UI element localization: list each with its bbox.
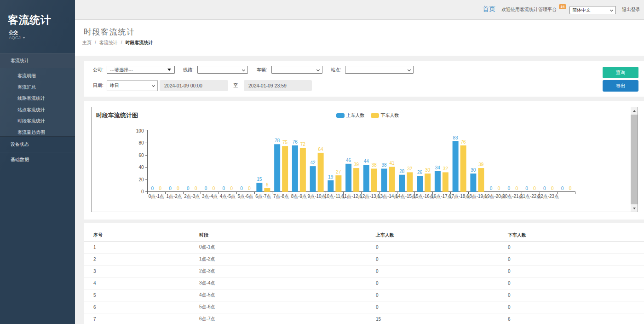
table-row: 21点-2点00 bbox=[84, 253, 644, 265]
svg-text:30: 30 bbox=[425, 168, 431, 173]
svg-text:38: 38 bbox=[372, 162, 377, 168]
chart-plot: 0204060801000点-1点1点-2点2点-3点3点-4点4点-5点5点-… bbox=[92, 107, 631, 212]
export-button[interactable]: 导出 bbox=[603, 80, 638, 92]
line-select[interactable] bbox=[197, 66, 248, 74]
scrollbar-up-arrow-icon[interactable] bbox=[631, 107, 638, 114]
table-column-header: 上车人数 bbox=[376, 223, 508, 241]
company-select[interactable]: ---请选择--- bbox=[107, 66, 175, 74]
table-cell: 1 bbox=[84, 241, 199, 253]
table-body: 10点-1点0021点-2点0032点-3点0043点-4点0054点-5点00… bbox=[84, 241, 644, 324]
stats-table: 序号时段上车人数下车人数 10点-1点0021点-2点0032点-3点0043点… bbox=[84, 223, 644, 324]
station-select[interactable] bbox=[345, 66, 414, 74]
app-logo-title: 客流统计 bbox=[8, 15, 51, 25]
table-row: 43点-4点00 bbox=[84, 277, 644, 289]
date-preset-select[interactable]: 昨日 bbox=[107, 80, 158, 91]
svg-text:19: 19 bbox=[328, 174, 334, 179]
svg-text:100: 100 bbox=[136, 128, 144, 133]
svg-text:0: 0 bbox=[508, 186, 511, 191]
language-selected-value: 简体中文 bbox=[572, 7, 591, 12]
table-row: 76点-7点156 bbox=[84, 313, 644, 324]
svg-text:0: 0 bbox=[525, 186, 528, 191]
date-start-input[interactable]: 2024-01-09 00:00 bbox=[160, 80, 228, 91]
notification-badge[interactable]: 34 bbox=[559, 4, 566, 9]
svg-text:0: 0 bbox=[151, 186, 154, 191]
svg-text:0: 0 bbox=[240, 186, 243, 191]
svg-text:3点-4点: 3点-4点 bbox=[202, 194, 218, 199]
breadcrumb-section[interactable]: 客流统计 bbox=[99, 40, 118, 45]
svg-text:2点-3点: 2点-3点 bbox=[184, 194, 200, 199]
sidebar-item[interactable]: 客流明细 bbox=[0, 70, 75, 82]
svg-text:0: 0 bbox=[516, 186, 518, 191]
sidebar-section-2[interactable]: 基础数据 bbox=[0, 152, 75, 167]
svg-text:40: 40 bbox=[138, 165, 144, 170]
svg-text:28: 28 bbox=[399, 169, 405, 174]
table-cell: 2点-3点 bbox=[199, 265, 376, 277]
page-title: 时段客流统计 bbox=[84, 20, 644, 36]
table-cell: 0 bbox=[376, 277, 508, 289]
svg-text:39: 39 bbox=[354, 162, 359, 167]
svg-text:0: 0 bbox=[177, 186, 179, 191]
svg-text:27: 27 bbox=[336, 169, 341, 174]
svg-text:0: 0 bbox=[561, 186, 564, 191]
sidebar-item[interactable]: 客流汇总 bbox=[0, 82, 75, 93]
svg-text:0: 0 bbox=[498, 186, 500, 191]
sidebar-item[interactable]: 线路客流统计 bbox=[0, 93, 75, 104]
sidebar-item[interactable]: 客流量趋势图 bbox=[0, 127, 75, 137]
table-column-header: 下车人数 bbox=[508, 223, 644, 241]
chart-panel: 时段车流统计图 上车人数下车人数 0204060801000点-1点1点-2点2… bbox=[84, 101, 644, 220]
table-column-header: 序号 bbox=[84, 223, 199, 241]
table-cell: 2 bbox=[84, 253, 199, 265]
svg-text:0: 0 bbox=[543, 186, 546, 191]
welcome-text: 欢迎使用客流统计管理平台 bbox=[501, 7, 557, 12]
page-header: 时段客流统计 主页 / 客流统计 / 时段客流统计 bbox=[75, 20, 644, 56]
date-to-label: 至 bbox=[230, 80, 242, 91]
chevron-down-icon bbox=[316, 68, 320, 71]
breadcrumb-separator: / bbox=[121, 40, 122, 45]
home-link[interactable]: 首页 bbox=[483, 6, 495, 12]
user-menu[interactable]: AQGJ bbox=[9, 35, 25, 40]
station-label: 站点: bbox=[331, 68, 341, 72]
content: 公司: ---请选择--- 线路: 车辆: 站点: bbox=[75, 56, 644, 324]
language-select[interactable]: 简体中文 bbox=[569, 6, 616, 14]
svg-text:0: 0 bbox=[230, 186, 233, 191]
scrollbar-down-arrow-icon[interactable] bbox=[631, 205, 638, 212]
table-cell: 0点-1点 bbox=[199, 241, 376, 253]
svg-text:0: 0 bbox=[248, 186, 251, 191]
vehicle-select[interactable] bbox=[271, 66, 322, 74]
table-cell: 7 bbox=[84, 313, 199, 324]
chevron-down-icon bbox=[242, 68, 245, 71]
table-cell: 0 bbox=[508, 301, 644, 313]
table-cell: 0 bbox=[376, 289, 508, 301]
svg-text:75: 75 bbox=[282, 140, 288, 145]
chart-scroll-box: 时段车流统计图 上车人数下车人数 0204060801000点-1点1点-2点2… bbox=[91, 107, 638, 212]
svg-text:76: 76 bbox=[293, 139, 298, 145]
topbar: 首页 欢迎使用客流统计管理平台 34 简体中文 退出登录 bbox=[75, 0, 644, 20]
breadcrumb: 主页 / 客流统计 / 时段客流统计 bbox=[82, 40, 644, 45]
svg-text:7点-8点: 7点-8点 bbox=[273, 194, 289, 199]
chart-scrollbar[interactable] bbox=[631, 107, 638, 212]
sidebar-item[interactable]: 时段客流统计 bbox=[0, 116, 75, 127]
svg-text:0点-1点: 0点-1点 bbox=[149, 194, 164, 199]
svg-text:64: 64 bbox=[318, 147, 324, 152]
query-button[interactable]: 查询 bbox=[603, 67, 638, 78]
breadcrumb-home[interactable]: 主页 bbox=[82, 40, 92, 45]
scrollbar-thumb[interactable] bbox=[631, 115, 638, 204]
chevron-down-icon bbox=[408, 68, 411, 71]
svg-text:0: 0 bbox=[490, 186, 493, 191]
svg-text:0: 0 bbox=[213, 186, 215, 191]
svg-text:4点-5点: 4点-5点 bbox=[220, 194, 236, 199]
logout-link[interactable]: 退出登录 bbox=[622, 7, 640, 12]
svg-text:60: 60 bbox=[138, 153, 144, 158]
sidebar-item[interactable]: 站点客流统计 bbox=[0, 104, 75, 116]
table-row: 65点-6点00 bbox=[84, 301, 644, 313]
sidebar-section-1[interactable]: 设备状态 bbox=[0, 137, 75, 152]
table-cell: 0 bbox=[508, 241, 644, 253]
svg-text:9点-10点: 9点-10点 bbox=[308, 194, 326, 199]
company-label: 公司: bbox=[93, 68, 104, 72]
sidebar-section-0[interactable]: 客流统计 bbox=[0, 53, 75, 68]
date-end-input[interactable]: 2024-01-09 23:59 bbox=[244, 80, 312, 91]
table-panel: 序号时段上车人数下车人数 10点-1点0021点-2点0032点-3点0043点… bbox=[84, 223, 644, 324]
svg-text:15: 15 bbox=[257, 177, 262, 182]
filter-panel: 公司: ---请选择--- 线路: 车辆: 站点: bbox=[84, 61, 644, 97]
line-label: 线路: bbox=[183, 68, 194, 72]
